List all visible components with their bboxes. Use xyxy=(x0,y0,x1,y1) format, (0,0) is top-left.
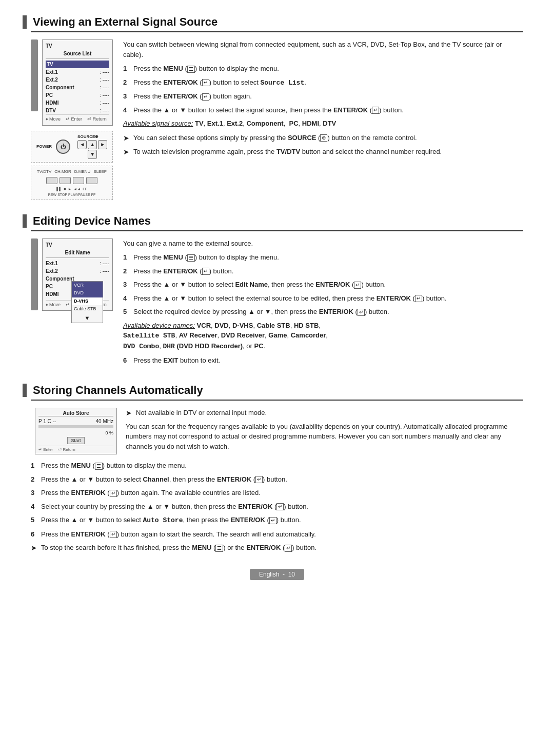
remote-left-icon: ◄ xyxy=(77,140,87,149)
storing-steps: 1 Press the MENU (☰) button to display t… xyxy=(31,461,523,539)
page-footer: English - 10 xyxy=(31,569,523,580)
remote-down-icon: ▼ xyxy=(88,150,97,159)
section-title-storing: Storing Channels Automatically xyxy=(31,384,523,401)
menu-item-component: Component: ---- xyxy=(46,84,109,91)
step-item: 2 Press the ▲ or ▼ button to select Chan… xyxy=(31,474,523,485)
auto-store-percent: 0 % xyxy=(38,430,113,435)
menu-item-tv: TV xyxy=(46,61,109,68)
section-editing: Editing Device Names TV Edit Name Ext.1:… xyxy=(31,214,523,369)
remote-right-icon: ► xyxy=(98,140,107,149)
available-sources: Available signal source: TV, Ext.1, Ext.… xyxy=(123,118,523,129)
step-item: 4 Press the ▲ or ▼ button to select the … xyxy=(123,105,523,115)
editing-step6: 6 Press the EXIT button to exit. xyxy=(123,355,523,366)
tv-side-graphic-edit xyxy=(31,238,38,310)
section-editing-content: TV Edit Name Ext.1: ---- Ext.2: ---- Com… xyxy=(31,238,523,369)
step-item: 2 Press the ENTER/OK (↵) button to selec… xyxy=(123,77,523,88)
section-title-viewing: Viewing an External Signal Source xyxy=(31,15,523,32)
step-item: 4 Press the ▲ or ▼ button to select the … xyxy=(123,293,523,304)
auto-store-footer: ↵ Enter⏎ Return xyxy=(38,446,113,452)
auto-store-frequency-row: P 1 C -- 40 MHz xyxy=(38,419,113,424)
section-storing-content: Auto Store P 1 C -- 40 MHz 0 % Start ↵ E… xyxy=(31,408,523,456)
menu-title: Source List xyxy=(46,50,109,59)
dropdown-dvd: DVD xyxy=(72,289,103,297)
menu-item-hdmi: HDMI: ---- xyxy=(46,99,109,107)
step-item: 4 Select your country by pressing the ▲ … xyxy=(31,502,523,512)
step-item: 1 Press the MENU (☰) button to display t… xyxy=(123,64,523,74)
edit-item-ext1: Ext.1: ---- xyxy=(46,260,109,267)
remote-bottom-buttons: TV/DTVCH.MGRD.MENUSLEEP ▌▌■►◄◄FF REWSTOP… xyxy=(31,166,113,200)
auto-store-screen: Auto Store P 1 C -- 40 MHz 0 % Start ↵ E… xyxy=(35,408,117,454)
dropdown-arrow-down: ▼ xyxy=(72,313,103,323)
step-item: 6 Press the ENTER/OK (↵) button again to… xyxy=(31,529,523,540)
footer-page: 10 xyxy=(288,571,295,578)
editing-steps: 1 Press the MENU (☰) button to display t… xyxy=(123,252,523,317)
auto-store-start-button[interactable]: Start xyxy=(67,437,84,444)
btn-tvdtv xyxy=(46,177,57,184)
note-unavailable: ➤ Not available in DTV or external input… xyxy=(126,408,523,419)
step-item: 6 Press the EXIT button to exit. xyxy=(123,355,523,366)
menu-footer: ♦ Move↵ Enter⏎ Return xyxy=(46,114,109,123)
auto-store-title: Auto Store xyxy=(38,410,113,416)
step-item: 2 Press the ENTER/OK (↵) button. xyxy=(123,266,523,276)
note-tvdtv-button: ➤ To watch television programme again, p… xyxy=(123,147,523,157)
auto-store-menu: Auto Store P 1 C -- 40 MHz 0 % Start ↵ E… xyxy=(35,408,117,454)
dropdown-dvhs: D-VHS xyxy=(72,297,103,306)
note-stop-search: ➤ To stop the search before it has finis… xyxy=(31,543,523,553)
editing-instructions: You can give a name to the external sour… xyxy=(123,238,523,369)
viewing-steps: 1 Press the MENU (☰) button to display t… xyxy=(123,64,523,115)
step-item: 5 Press the ▲ or ▼ button to select Auto… xyxy=(31,515,523,526)
storing-intro: You can scan for the frequency ranges av… xyxy=(126,422,523,452)
tv-side-graphic xyxy=(31,39,38,111)
step-item: 5 Select the required device by pressing… xyxy=(123,307,523,317)
step-item: 3 Press the ENTER/OK (↵) button again. T… xyxy=(31,488,523,498)
section-title-editing: Editing Device Names xyxy=(31,214,523,231)
available-device-names: Available device names: VCR, DVD, D-VHS,… xyxy=(123,321,523,352)
viewing-instructions: You can switch between viewing signal fr… xyxy=(123,39,523,161)
remote-function-buttons xyxy=(46,177,97,184)
remote-up-icon: ▲ xyxy=(88,140,97,149)
edit-item-ext2: Ext.2: ---- xyxy=(46,267,109,275)
section-storing: Storing Channels Automatically Auto Stor… xyxy=(31,384,523,554)
editing-illustration: TV Edit Name Ext.1: ---- Ext.2: ---- Com… xyxy=(31,238,113,311)
footer-language: English xyxy=(259,571,279,578)
step-item: 3 Press the ENTER/OK (↵) button again. xyxy=(123,91,523,102)
step-item: 1 Press the MENU (☰) button to display t… xyxy=(123,252,523,263)
viewing-illustration: TV Source List TV Ext.1: ---- Ext.2: ---… xyxy=(31,39,113,200)
btn-chmgr xyxy=(60,177,71,184)
btn-sleep xyxy=(86,177,97,184)
edit-menu-title: Edit Name xyxy=(46,249,109,258)
edit-name-screen: TV Edit Name Ext.1: ---- Ext.2: ---- Com… xyxy=(42,238,113,311)
menu-item-dtv: DTV: ---- xyxy=(46,107,109,114)
menu-item-ext2: Ext.2: ---- xyxy=(46,76,109,84)
menu-item-ext1: Ext.1: ---- xyxy=(46,68,109,76)
dropdown-cablestb: Cable STB xyxy=(72,305,103,313)
power-button-icon: ⏻ xyxy=(56,140,70,154)
storing-steps-block: 1 Press the MENU (☰) button to display t… xyxy=(31,461,523,553)
btn-dmenu xyxy=(73,177,84,184)
viewing-intro: You can switch between viewing signal fr… xyxy=(123,39,523,59)
edit-item-hdmi: HDMI VCR DVD D-VHS Cable STB ▼ xyxy=(46,290,109,298)
edit-name-menu: TV Edit Name Ext.1: ---- Ext.2: ---- Com… xyxy=(42,238,113,311)
storing-instructions: ➤ Not available in DTV or external input… xyxy=(126,408,523,456)
step-item: 1 Press the MENU (☰) button to display t… xyxy=(31,461,523,471)
source-list-menu: TV Source List TV Ext.1: ---- Ext.2: ---… xyxy=(42,39,113,126)
step-item: 3 Press the ▲ or ▼ button to select Edit… xyxy=(123,280,523,290)
note-source-button: ➤ You can select these options simply by… xyxy=(123,133,523,144)
dropdown-vcr: VCR xyxy=(72,282,103,290)
section-viewing: Viewing an External Signal Source TV Sou… xyxy=(31,15,523,200)
page-footer-badge: English - 10 xyxy=(250,569,304,580)
storing-illustration: Auto Store P 1 C -- 40 MHz 0 % Start ↵ E… xyxy=(31,408,115,454)
source-list-screen: TV Source List TV Ext.1: ---- Ext.2: ---… xyxy=(42,39,113,126)
auto-store-progress-bar xyxy=(38,425,113,428)
menu-item-pc: PC: ---- xyxy=(46,91,109,99)
remote-power-source: POWER ⏻ SOURCE⊕ ◄ ▲ ▼ ► xyxy=(31,131,113,163)
section-viewing-content: TV Source List TV Ext.1: ---- Ext.2: ---… xyxy=(31,39,523,200)
editing-intro: You can give a name to the external sour… xyxy=(123,238,523,249)
